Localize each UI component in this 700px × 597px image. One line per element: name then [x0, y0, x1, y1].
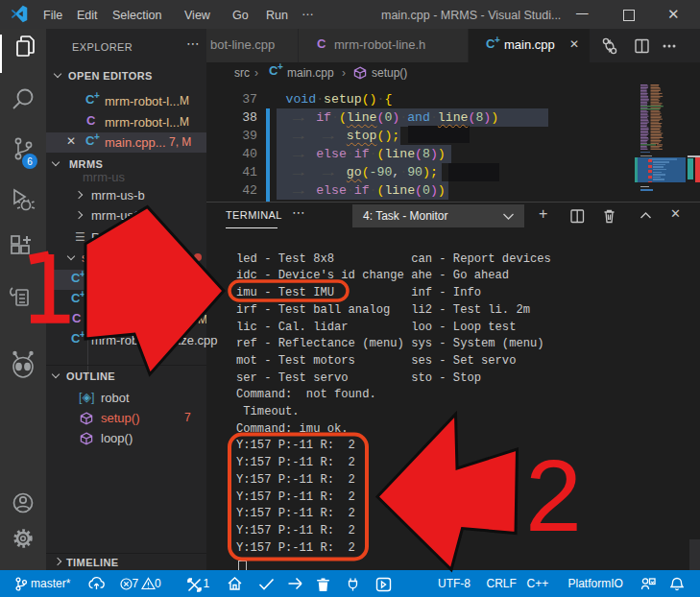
svg-text:2: 2 [525, 439, 582, 552]
